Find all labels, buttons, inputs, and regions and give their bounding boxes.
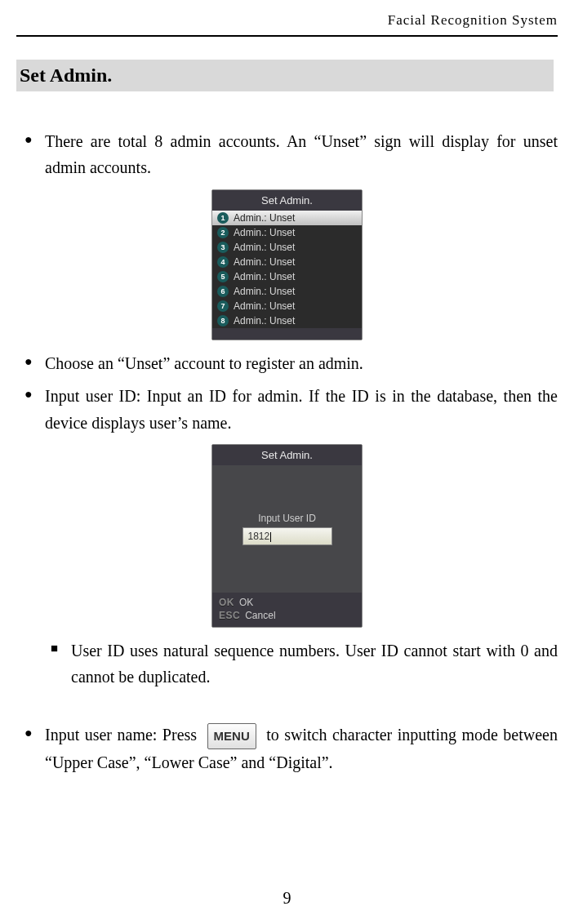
row-label: Admin.: Unset (234, 315, 295, 327)
admin-row[interactable]: 4 Admin.: Unset (212, 255, 362, 269)
admin-row[interactable]: 5 Admin.: Unset (212, 269, 362, 284)
bullet-accounts: There are total 8 admin accounts. An “Un… (45, 128, 558, 181)
device-screen-input-id: Set Admin. Input User ID 1812 OK OK ESC … (211, 444, 363, 628)
row-number-icon: 8 (217, 315, 229, 327)
section-title: Set Admin. (16, 60, 554, 91)
figure-admin-list: Set Admin. 1 Admin.: Unset 2 Admin.: Uns… (16, 189, 558, 340)
row-label: Admin.: Unset (234, 256, 295, 268)
device1-footer (212, 328, 362, 340)
cancel-label: Cancel (245, 610, 275, 621)
row-label: Admin.: Unset (234, 286, 295, 297)
sub-bullet-user-id-rules: User ID uses natural sequence numbers. U… (71, 637, 558, 691)
row-number-icon: 1 (217, 212, 229, 224)
input-user-id-field[interactable]: 1812 (243, 527, 332, 545)
page-number: 9 (0, 889, 574, 908)
device-screen-admin-list: Set Admin. 1 Admin.: Unset 2 Admin.: Uns… (211, 189, 363, 340)
row-number-icon: 7 (217, 300, 229, 312)
row-number-icon: 6 (217, 286, 229, 297)
admin-row[interactable]: 7 Admin.: Unset (212, 299, 362, 313)
esc-key-icon: ESC (219, 610, 240, 621)
row-label: Admin.: Unset (234, 212, 295, 224)
text-cursor-icon (270, 532, 271, 542)
device2-footer: OK OK ESC Cancel (212, 593, 362, 627)
bullet-input-user-id: Input user ID: Input an ID for admin. If… (45, 383, 558, 436)
device1-title: Set Admin. (212, 190, 362, 211)
row-number-icon: 2 (217, 227, 229, 238)
row-label: Admin.: Unset (234, 227, 295, 238)
admin-row[interactable]: 1 Admin.: Unset (212, 211, 362, 225)
ok-key-icon: OK (219, 597, 234, 608)
menu-key-icon: MENU (207, 723, 256, 749)
figure-input-user-id: Set Admin. Input User ID 1812 OK OK ESC … (16, 444, 558, 628)
input-value: 1812 (248, 531, 270, 542)
bullet-input-user-name: Input user name: Press MENU to switch ch… (45, 722, 558, 776)
b4-pre: Input user name: Press (45, 726, 202, 744)
row-label: Admin.: Unset (234, 242, 295, 253)
admin-row[interactable]: 8 Admin.: Unset (212, 313, 362, 328)
row-label: Admin.: Unset (234, 271, 295, 282)
device2-title: Set Admin. (212, 445, 362, 465)
row-label: Admin.: Unset (234, 300, 295, 312)
admin-row[interactable]: 3 Admin.: Unset (212, 240, 362, 255)
input-user-id-label: Input User ID (258, 513, 316, 524)
page-header: Facial Recognition System (16, 12, 558, 37)
bullet-choose-unset: Choose an “Unset” account to register an… (45, 350, 558, 376)
row-number-icon: 5 (217, 271, 229, 282)
admin-row[interactable]: 6 Admin.: Unset (212, 284, 362, 299)
ok-label: OK (239, 597, 253, 608)
admin-row[interactable]: 2 Admin.: Unset (212, 225, 362, 240)
row-number-icon: 3 (217, 242, 229, 253)
row-number-icon: 4 (217, 256, 229, 268)
